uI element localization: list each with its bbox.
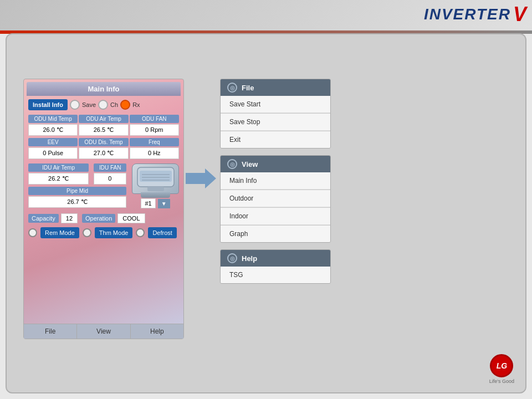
graph-item[interactable]: Graph [221, 226, 330, 242]
capacity-row: Capacity 12 Operation COOL [24, 212, 183, 225]
values-row2: 0 Pulse 27.0 ℃ 0 Hz [28, 147, 179, 159]
headers-row2: EEV ODU Dis. Temp Freq [28, 138, 179, 146]
save-start-item[interactable]: Save Start [221, 96, 330, 113]
install-info-button[interactable]: Install Info [28, 99, 68, 110]
operation-label: Operation [82, 214, 115, 223]
help-menu-header: ◎ Help [221, 250, 330, 267]
file-menu-icon: ◎ [227, 83, 237, 93]
tabs-row: Install Info Save Ch Rx [24, 96, 183, 114]
odu-dis-temp-value: 27.0 ℃ [79, 147, 128, 159]
idu-values: 26.2 ℃ 0 [28, 173, 126, 185]
ch-label: Ch [110, 101, 118, 108]
defrost-button[interactable]: Defrost [148, 227, 176, 238]
rem-mode-circle [28, 228, 37, 237]
odu-fan-header: ODU FAN [130, 115, 179, 123]
indoor-item[interactable]: Indoor [221, 208, 330, 225]
odu-mid-temp-value: 26.0 ℃ [28, 124, 78, 136]
view-menu-title: View [242, 160, 258, 168]
eev-value: 0 Pulse [28, 147, 78, 159]
lg-circle: LG [490, 354, 513, 377]
rx-label: Rx [132, 101, 140, 108]
defrost-circle [136, 228, 145, 237]
odu-mid-temp-header: ODU Mid Temp [28, 115, 78, 123]
headers-row1: ODU Mid Temp ODU Air Temp ODU FAN [28, 115, 179, 123]
data-grid: ODU Mid Temp ODU Air Temp ODU FAN 26.0 ℃… [24, 114, 183, 162]
help-menu-icon: ◎ [227, 253, 237, 263]
ac-image-area: #1 ▼ [132, 163, 179, 211]
idu-fan-header: IDU FAN [94, 163, 126, 172]
freq-value: 0 Hz [130, 147, 179, 159]
capacity-value: 12 [61, 213, 78, 223]
odu-fan-value: 0 Rpm [130, 124, 179, 136]
view-menu-icon: ◎ [227, 159, 237, 169]
logo-v: V [513, 3, 526, 26]
pipe-header: Pipe Mid [28, 187, 126, 195]
thm-mode-button[interactable]: Thm Mode [95, 227, 133, 238]
ch-circle [98, 100, 108, 110]
rx-circle-orange [120, 100, 130, 110]
idu-air-temp-header: IDU Air Temp [28, 163, 89, 172]
rem-mode-button[interactable]: Rem Mode [40, 227, 79, 238]
lg-tagline: Life's Good [489, 378, 514, 384]
dropdown-arrow-button[interactable]: ▼ [158, 199, 170, 208]
file-menu-title: File [242, 84, 254, 92]
idu-air-temp-value: 26.2 ℃ [28, 173, 89, 185]
pipe-mid-value: 26.7 ℃ [28, 196, 126, 208]
header-bar: INVERTER V [0, 0, 532, 30]
help-menu-panel: ◎ Help TSG [220, 249, 331, 284]
pipe-value-row: 26.7 ℃ [28, 196, 126, 208]
odu-dis-temp-header: ODU Dis. Temp [79, 138, 128, 146]
arrow-connector [184, 167, 217, 190]
help-menu-title: Help [242, 254, 257, 263]
bottom-tabs: File View Help [24, 324, 183, 339]
view-menu-header: ◎ View [221, 156, 330, 172]
left-panel: Main Info Install Info Save Ch Rx ODU Mi… [23, 79, 184, 339]
view-menu-panel: ◎ View Main Info Outdoor Indoor Graph [220, 155, 331, 243]
lg-text: LG [497, 361, 507, 370]
ac-unit-image [132, 163, 179, 194]
footer-view-tab[interactable]: View [77, 324, 130, 339]
main-info-item[interactable]: Main Info [221, 172, 330, 190]
odu-air-temp-header: ODU Air Temp [79, 115, 128, 123]
capacity-label: Capacity [28, 214, 59, 223]
idu-left: IDU Air Temp IDU FAN 26.2 ℃ 0 Pipe Mid 2… [28, 163, 126, 211]
operation-value: COOL [117, 213, 145, 223]
eev-header: EEV [28, 138, 78, 146]
inverter-logo-text: INVERTER [424, 6, 511, 23]
footer-help-tab[interactable]: Help [131, 324, 183, 339]
thm-mode-circle [83, 228, 91, 237]
right-menus: ◎ File Save Start Save Stop Exit ◎ View … [220, 79, 331, 284]
tsg-item[interactable]: TSG [221, 267, 330, 283]
save-circle [70, 100, 80, 110]
ac-unit-svg [136, 166, 175, 191]
lg-logo: LG Life's Good [489, 354, 514, 384]
svg-marker-6 [186, 168, 216, 188]
main-info-header: Main Info [27, 82, 181, 96]
svg-rect-5 [147, 187, 164, 191]
logo-area: INVERTER V [424, 3, 526, 26]
footer-file-tab[interactable]: File [24, 324, 77, 339]
save-stop-item[interactable]: Save Stop [221, 114, 330, 131]
exit-item[interactable]: Exit [221, 131, 330, 148]
values-row1: 26.0 ℃ 26.5 ℃ 0 Rpm [28, 124, 179, 136]
main-container: Main Info Install Info Save Ch Rx ODU Mi… [6, 33, 526, 393]
idu-section: IDU Air Temp IDU FAN 26.2 ℃ 0 Pipe Mid 2… [24, 162, 183, 212]
pipe-mid-header: Pipe Mid [28, 187, 126, 195]
unit-number: #1 [141, 198, 155, 208]
odu-air-temp-value: 26.5 ℃ [79, 124, 128, 136]
idu-headers: IDU Air Temp IDU FAN [28, 163, 126, 172]
mode-row: Rem Mode Thm Mode Defrost [24, 225, 183, 241]
freq-header: Freq [130, 138, 179, 146]
save-label: Save [82, 101, 96, 108]
idu-fan-value: 0 [94, 173, 126, 185]
file-menu-panel: ◎ File Save Start Save Stop Exit [220, 79, 331, 149]
unit-dropdown-row: #1 ▼ [136, 196, 174, 211]
outdoor-item[interactable]: Outdoor [221, 190, 330, 207]
arrow-svg [186, 167, 216, 190]
file-menu-header: ◎ File [221, 79, 330, 96]
